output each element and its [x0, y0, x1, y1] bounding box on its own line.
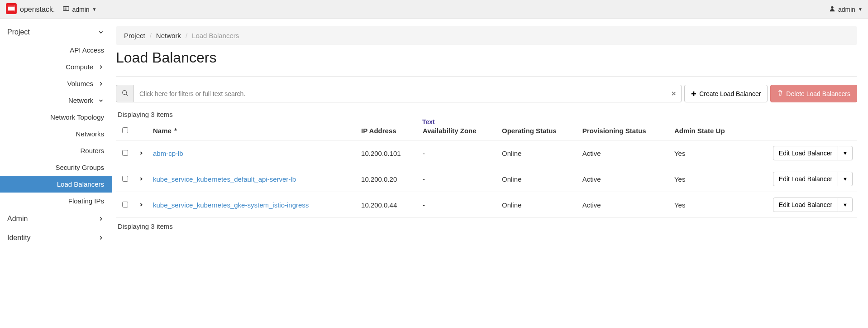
select-all-checkbox[interactable] [122, 127, 128, 133]
nav-label: Compute [66, 63, 93, 71]
search-button[interactable] [116, 85, 134, 102]
svg-point-9 [123, 91, 127, 95]
load-balancers-table: Name ▲ IP Address Text Availability Zone… [116, 121, 857, 218]
cell-name: abm-cp-lb [148, 140, 357, 166]
display-count-top: Displaying 3 items [116, 106, 857, 121]
cell-check [116, 166, 134, 192]
nav-admin[interactable]: Admin [0, 209, 112, 228]
nav-identity[interactable]: Identity [0, 228, 112, 247]
nav-floating-ips[interactable]: Floating IPs [0, 193, 112, 209]
overlay-text: Text [422, 118, 435, 125]
actions-toggle[interactable]: ▼ [838, 172, 853, 186]
cell-check [116, 192, 134, 218]
svg-rect-2 [8, 5, 14, 6]
nav-label: Project [7, 28, 30, 36]
user-menu[interactable]: admin ▼ [829, 5, 863, 13]
lb-name-link[interactable]: kube_service_kubernetes_default_api-serv… [153, 175, 296, 183]
page-title: Load Balancers [116, 49, 857, 66]
breadcrumb-sep: / [150, 32, 152, 39]
topbar: openstack. admin ▼ admin ▼ [0, 0, 868, 19]
domain-label: admin [72, 6, 89, 13]
nav-volumes[interactable]: Volumes [0, 75, 112, 92]
nav-project[interactable]: Project [0, 23, 112, 42]
delete-load-balancers-button[interactable]: Delete Load Balancers [770, 85, 857, 102]
cell-ip: 10.200.0.101 [357, 140, 418, 166]
table-row: kube_service_kubernetes_default_api-serv… [116, 166, 857, 192]
th-expand [134, 121, 148, 140]
caret-down-icon: ▼ [858, 7, 863, 12]
domain-switcher[interactable]: admin ▼ [63, 5, 96, 13]
cell-op: Online [497, 192, 578, 218]
server-icon [63, 5, 69, 13]
search-clear[interactable]: × [666, 85, 682, 102]
cell-expand [134, 140, 148, 166]
cell-expand [134, 166, 148, 192]
cell-prov: Active [578, 192, 670, 218]
breadcrumb-project[interactable]: Project [124, 32, 145, 39]
nav-networks[interactable]: Networks [0, 125, 112, 142]
cell-admin: Yes [670, 192, 745, 218]
main-content: Project / Network / Load Balancers Load … [112, 19, 868, 247]
breadcrumb-network[interactable]: Network [156, 32, 181, 39]
th-admin-state[interactable]: Admin State Up [670, 121, 745, 140]
actions-toggle[interactable]: ▼ [838, 146, 853, 160]
nav-compute[interactable]: Compute [0, 58, 112, 75]
th-ip[interactable]: IP Address [357, 121, 418, 140]
nav-security-groups[interactable]: Security Groups [0, 159, 112, 176]
cell-az: - [418, 166, 497, 192]
nav-api-access[interactable]: API Access [0, 42, 112, 58]
button-label: Delete Load Balancers [786, 90, 850, 97]
cell-admin: Yes [670, 166, 745, 192]
button-label: Create Load Balancer [699, 90, 761, 97]
row-checkbox[interactable] [122, 202, 128, 207]
th-name[interactable]: Name ▲ [148, 121, 357, 140]
lb-name-link[interactable]: abm-cp-lb [153, 150, 183, 157]
chevron-right-icon [98, 216, 104, 222]
nav-label: Network [68, 96, 93, 104]
edit-lb-button[interactable]: Edit Load Balancer [773, 146, 838, 160]
close-icon: × [672, 89, 676, 98]
th-actions [745, 121, 857, 140]
actions-toggle[interactable]: ▼ [838, 198, 853, 212]
row-actions: Edit Load Balancer▼ [749, 146, 853, 160]
expand-toggle[interactable] [138, 176, 144, 183]
topbar-left: openstack. admin ▼ [5, 3, 96, 16]
row-checkbox[interactable] [122, 150, 128, 156]
chevron-right-icon [98, 235, 104, 241]
table-header-row: Name ▲ IP Address Text Availability Zone… [116, 121, 857, 140]
cell-actions: Edit Load Balancer▼ [745, 192, 857, 218]
expand-toggle[interactable] [138, 202, 144, 209]
cell-check [116, 140, 134, 166]
th-select-all [116, 121, 134, 140]
cell-ip: 10.200.0.20 [357, 166, 418, 192]
row-checkbox[interactable] [122, 176, 128, 182]
plus-icon: ✚ [691, 90, 696, 97]
nav-label: Volumes [67, 80, 93, 87]
th-az[interactable]: Text Availability Zone [418, 121, 497, 140]
brand-logo[interactable]: openstack. [5, 3, 55, 16]
breadcrumb-current: Load Balancers [192, 32, 239, 39]
th-op-status[interactable]: Operating Status [497, 121, 578, 140]
nav-network[interactable]: Network [0, 92, 112, 109]
th-prov-status[interactable]: Provisioning Status [578, 121, 670, 140]
nav-routers[interactable]: Routers [0, 142, 112, 159]
create-load-balancer-button[interactable]: ✚ Create Load Balancer [684, 85, 768, 102]
layout: Project API Access Compute Volumes Netwo… [0, 19, 868, 247]
table-row: kube_service_kubernetes_gke-system_istio… [116, 192, 857, 218]
nav-load-balancers[interactable]: Load Balancers [0, 176, 112, 193]
chevron-down-icon [98, 97, 104, 104]
edit-lb-button[interactable]: Edit Load Balancer [773, 172, 838, 186]
display-count-bottom: Displaying 3 items [116, 218, 857, 233]
cell-prov: Active [578, 140, 670, 166]
edit-lb-button[interactable]: Edit Load Balancer [773, 198, 838, 212]
cell-op: Online [497, 166, 578, 192]
cell-ip: 10.200.0.44 [357, 192, 418, 218]
search-input[interactable] [134, 85, 666, 102]
expand-toggle[interactable] [138, 150, 144, 157]
nav-network-topology[interactable]: Network Topology [0, 109, 112, 125]
cell-prov: Active [578, 166, 670, 192]
search-icon [122, 90, 128, 97]
row-actions: Edit Load Balancer▼ [749, 172, 853, 186]
lb-name-link[interactable]: kube_service_kubernetes_gke-system_istio… [153, 201, 309, 209]
user-icon [829, 5, 835, 13]
